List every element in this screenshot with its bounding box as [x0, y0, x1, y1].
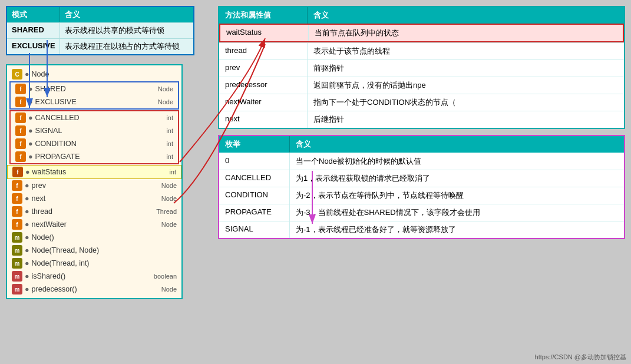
class-tree: C ● Node f ● SHARED Node f ● EXCLUSIVE N… [6, 64, 183, 299]
cancelled-icon: f [15, 112, 26, 123]
thread-icon: f [12, 206, 22, 217]
prop-row-next: next 后继指针 [219, 111, 624, 128]
tree-item-exclusive: f ● EXCLUSIVE Node [11, 95, 178, 108]
prop-prev-name: prev [219, 60, 308, 77]
enum-propagate-meaning: 为-3，当前线程处在SHARED情况下，该字段才会使用 [290, 204, 624, 221]
enum-row-signal: SIGNAL 为-1，表示线程已经准备好了，就等资源释放了 [219, 221, 624, 238]
prop-waitstatus-meaning: 当前节点在队列中的状态 [309, 25, 623, 41]
enum-col1-header: 枚举 [219, 136, 290, 153]
shared-excl-group: f ● SHARED Node f ● EXCLUSIVE Node [9, 81, 179, 110]
prop-row-waitstatus: waitStatus 当前节点在队列中的状态 [219, 24, 624, 42]
tree-item-thread: f ● thread Thread [7, 205, 181, 218]
props-table: 方法和属性值 含义 waitStatus 当前节点在队列中的状态 thread … [218, 6, 625, 129]
tree-item-cancelled: f ● CANCELLED int [11, 111, 178, 124]
prop-prev-meaning: 前驱指针 [308, 60, 624, 77]
enum-signal-name: SIGNAL [219, 221, 290, 238]
mode-shared-meaning: 表示线程以共享的模式等待锁 [60, 23, 193, 38]
enum-condition-name: CONDITION [219, 187, 290, 204]
main-container: 模式 含义 SHARED 表示线程以共享的模式等待锁 EXCLUSIVE 表示线… [0, 0, 631, 364]
mode-exclusive-name: EXCLUSIVE [7, 39, 60, 54]
tree-item-prev: f ● prev Node [7, 179, 181, 192]
enum-signal-meaning: 为-1，表示线程已经准备好了，就等资源释放了 [290, 221, 624, 238]
node-constructor-icon: m [12, 232, 22, 243]
enum-cancelled-name: CANCELLED [219, 170, 290, 187]
footer: https://CSDN @多动协加锁控基 [535, 353, 626, 362]
prop-row-thread: thread 表示处于该节点的线程 [219, 42, 624, 59]
prop-row-prev: prev 前驱指针 [219, 59, 624, 77]
tree-item-shared: f ● SHARED Node [11, 82, 178, 95]
prop-nextwaiter-name: nextWaiter [219, 94, 308, 111]
nextwaiter-icon: f [12, 219, 22, 230]
prop-thread-name: thread [219, 43, 308, 59]
enum-propagate-name: PROPAGATE [219, 204, 290, 221]
prop-thread-meaning: 表示处于该节点的线程 [308, 43, 624, 59]
enum-condition-meaning: 为-2，表示节点在等待队列中，节点线程等待唤醒 [290, 187, 624, 204]
enum-col2-header: 含义 [290, 136, 624, 153]
left-panel: 模式 含义 SHARED 表示线程以共享的模式等待锁 EXCLUSIVE 表示线… [0, 0, 212, 364]
mode-col1-header: 模式 [7, 7, 60, 22]
tree-item-propagate: f ● PROPAGATE int [11, 150, 178, 163]
tree-item-node-thread-node: m ● Node(Thread, Node) [7, 244, 181, 257]
tree-item-node-thread-int: m ● Node(Thread, int) [7, 257, 181, 270]
enum-row-0: 0 当一个Node被初始化的时候的默认值 [219, 153, 624, 170]
node-thread-node-icon: m [12, 245, 22, 256]
mode-table-header: 模式 含义 [7, 7, 193, 22]
tree-item-waitstatus: f ● waitStatus int [7, 165, 181, 179]
enum-0-name: 0 [219, 153, 290, 170]
tree-item-next: f ● next Node [7, 192, 181, 205]
enum-cancelled-meaning: 为1，表示线程获取锁的请求已经取消了 [290, 170, 624, 187]
tree-item-condition: f ● CONDITION int [11, 137, 178, 150]
tree-item-predecessor: m ● predecessor() Node [7, 283, 181, 296]
mode-row-exclusive: EXCLUSIVE 表示线程正在以独占的方式等待锁 [7, 38, 193, 54]
prop-nextwaiter-meaning: 指向下一个处于CONDITION状态的节点（ [308, 94, 624, 111]
prop-next-name: next [219, 111, 308, 128]
enum-row-condition: CONDITION 为-2，表示节点在等待队列中，节点线程等待唤醒 [219, 187, 624, 204]
cancelled-group: f ● CANCELLED int f ● SIGNAL int f ● CON… [9, 110, 179, 164]
enum-table: 枚举 含义 0 当一个Node被初始化的时候的默认值 CANCELLED 为1，… [218, 135, 625, 239]
propagate-icon: f [15, 151, 26, 162]
predecessor-icon: m [12, 284, 22, 294]
prop-waitstatus-name: waitStatus [220, 25, 309, 41]
prop-row-predecessor: predecessor 返回前驱节点，没有的话抛出npe [219, 77, 624, 94]
tree-item-signal: f ● SIGNAL int [11, 124, 178, 137]
mode-col2-header: 含义 [60, 7, 193, 22]
mode-row-shared: SHARED 表示线程以共享的模式等待锁 [7, 22, 193, 38]
prev-icon: f [12, 180, 22, 191]
tree-node-header: C ● Node [7, 68, 181, 81]
signal-icon: f [15, 125, 26, 136]
mode-shared-name: SHARED [7, 23, 60, 38]
props-col2-header: 含义 [308, 7, 624, 24]
exclusive-icon: f [15, 97, 26, 107]
condition-icon: f [15, 138, 26, 149]
props-table-header: 方法和属性值 含义 [219, 7, 624, 24]
prop-predecessor-meaning: 返回前驱节点，没有的话抛出npe [308, 77, 624, 94]
prop-row-nextwaiter: nextWaiter 指向下一个处于CONDITION状态的节点（ [219, 94, 624, 111]
prop-next-meaning: 后继指针 [308, 111, 624, 128]
node-class-icon: C [12, 69, 22, 80]
node-thread-int-icon: m [12, 258, 22, 269]
props-col1-header: 方法和属性值 [219, 7, 308, 24]
right-panel: 方法和属性值 含义 waitStatus 当前节点在队列中的状态 thread … [212, 0, 631, 364]
isshared-icon: m [12, 271, 22, 282]
enum-0-meaning: 当一个Node被初始化的时候的默认值 [290, 153, 624, 170]
tree-item-nextwaiter: f ● nextWaiter Node [7, 218, 181, 231]
enum-row-cancelled: CANCELLED 为1，表示线程获取锁的请求已经取消了 [219, 170, 624, 187]
tree-item-node-constructor: m ● Node() [7, 231, 181, 244]
enum-table-header: 枚举 含义 [219, 136, 624, 153]
waitstatus-icon: f [12, 167, 23, 177]
mode-exclusive-meaning: 表示线程正在以独占的方式等待锁 [60, 39, 193, 54]
next-icon: f [12, 193, 22, 204]
prop-predecessor-name: predecessor [219, 77, 308, 94]
shared-icon: f [15, 84, 26, 94]
mode-table: 模式 含义 SHARED 表示线程以共享的模式等待锁 EXCLUSIVE 表示线… [6, 6, 194, 55]
tree-item-isshared: m ● isShared() boolean [7, 270, 181, 283]
enum-row-propagate: PROPAGATE 为-3，当前线程处在SHARED情况下，该字段才会使用 [219, 204, 624, 221]
